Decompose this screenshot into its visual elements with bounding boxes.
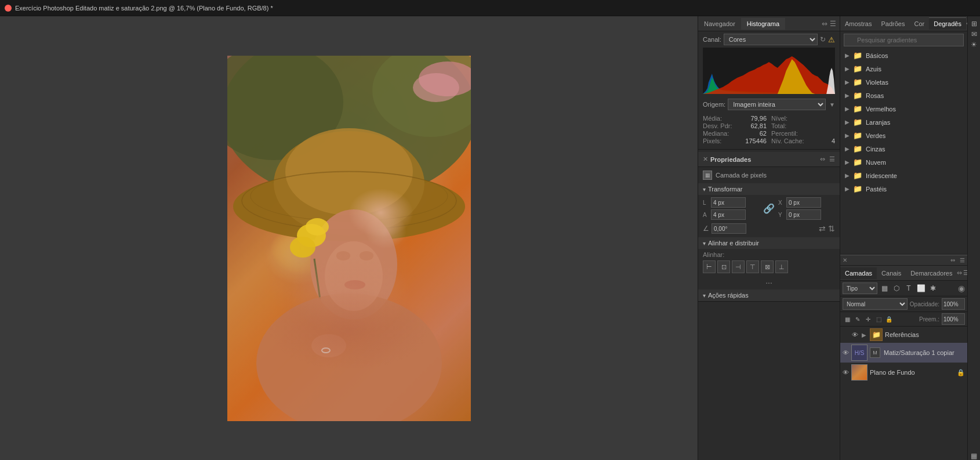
flip-h-icon[interactable]: ⇄: [819, 224, 826, 233]
far-right-panel: Amostras Padrões Cor Degradês ⇔ ☰ 🔍 ▶ 📁 …: [840, 16, 967, 460]
layer-visibility-matiz[interactable]: 👁: [843, 349, 849, 356]
align-section-header[interactable]: ▾ Alinhar e distribuir: [698, 237, 840, 249]
tab-histograma[interactable]: Histograma: [741, 18, 785, 30]
close-button[interactable]: [5, 5, 12, 12]
tab-demarcadores[interactable]: Demarcadores: [906, 267, 957, 279]
gradient-search-input[interactable]: [844, 34, 964, 46]
svg-point-15: [256, 294, 442, 421]
folder-vermelhos[interactable]: ▶ 📁 Vermelhos: [840, 102, 967, 115]
l-input[interactable]: [711, 197, 746, 208]
l-field: L: [703, 197, 760, 208]
folder-violetas[interactable]: ▶ 📁 Violetas: [840, 75, 967, 89]
collapse-layers-icon[interactable]: ✕: [840, 255, 850, 265]
prop-pixel-layer: ▦ Camada de pixels: [698, 167, 840, 183]
lock-paint-btn[interactable]: ✎: [853, 314, 862, 324]
quick-actions-header[interactable]: ▾ Ações rápidas: [698, 289, 840, 301]
folder-iridescente[interactable]: ▶ 📁 Iridescente: [840, 169, 967, 182]
mini-tool-1[interactable]: ⊞: [971, 20, 977, 28]
mediana-value: 62: [760, 130, 767, 137]
lock-all-btn[interactable]: 🔒: [884, 314, 894, 324]
layer-visibility-plano[interactable]: 👁: [843, 369, 849, 376]
layer-plano-fundo[interactable]: 👁 Plano de Fundo 🔒: [840, 363, 967, 382]
svg-point-10: [310, 209, 397, 320]
layer-visibility-referencias[interactable]: 👁: [852, 331, 858, 338]
align-hcenter-btn[interactable]: ⊡: [717, 260, 730, 273]
svg-line-14: [314, 259, 320, 299]
opacity-input[interactable]: [942, 298, 965, 310]
canvas-area[interactable]: [0, 16, 698, 460]
tab-navegador[interactable]: Navegador: [698, 18, 741, 30]
tab-camadas[interactable]: Camadas: [840, 267, 877, 279]
folder-laranjas[interactable]: ▶ 📁 Laranjas: [840, 115, 967, 129]
lock-move-btn[interactable]: ✛: [863, 314, 873, 324]
angle-input[interactable]: [712, 223, 746, 234]
folder-basicos[interactable]: ▶ 📁 Básicos: [840, 49, 967, 62]
link-transform-icon[interactable]: 🔗: [763, 203, 775, 214]
align-vcenter-btn[interactable]: ⊠: [761, 260, 774, 273]
close-prop-icon[interactable]: ✕: [703, 155, 708, 163]
flip-v-icon[interactable]: ⇅: [828, 224, 835, 233]
y-input[interactable]: [786, 209, 821, 220]
filter-pixel-btn[interactable]: ▦: [879, 283, 890, 294]
transform-section-header[interactable]: ▾ Transformar: [698, 183, 840, 195]
menu-icon[interactable]: ☰: [830, 20, 836, 28]
menu-layers-icon[interactable]: ☰: [957, 255, 967, 265]
refresh-icon[interactable]: ↻: [820, 35, 826, 44]
folder-verdes[interactable]: ▶ 📁 Verdes: [840, 129, 967, 142]
align-left-btn[interactable]: ⊢: [703, 260, 716, 273]
align-bottom-btn[interactable]: ⊥: [775, 260, 788, 273]
properties-menu-icon[interactable]: ⇔ ☰: [820, 155, 835, 163]
tab-degrades[interactable]: Degradês: [929, 17, 966, 30]
layer-matiz[interactable]: 👁 H/S M Matiz/Saturação 1 copiar: [840, 343, 967, 363]
more-options-btn[interactable]: ···: [698, 276, 840, 289]
desvpdr-label: Desv. Pdr:: [703, 122, 732, 129]
percentil-label: Percentil:: [771, 130, 798, 137]
stat-media: Média: 79,96: [703, 115, 767, 122]
tab-canais[interactable]: Canais: [877, 267, 906, 279]
blend-mode-select[interactable]: Normal: [843, 298, 908, 310]
pixels-label: Pixels:: [703, 137, 721, 144]
align-top-btn[interactable]: ⊤: [746, 260, 759, 273]
folder-cinzas[interactable]: ▶ 📁 Cinzas: [840, 142, 967, 155]
total-label: Total:: [771, 122, 786, 129]
tab-cor[interactable]: Cor: [909, 18, 929, 30]
expand-prop-icon[interactable]: ⇔: [820, 155, 825, 162]
fill-input[interactable]: [942, 313, 965, 325]
mini-tool-2[interactable]: ✉: [971, 30, 977, 38]
expand-icon[interactable]: ⇔: [822, 20, 827, 28]
mini-tool-3[interactable]: ☀: [971, 41, 977, 49]
mediana-label: Mediana:: [703, 130, 729, 137]
layer-group-referencias[interactable]: 👁 ▶ 📁 Referências: [840, 327, 967, 343]
folder-rosas[interactable]: ▶ 📁 Rosas: [840, 89, 967, 102]
layer-name-plano: Plano de Fundo: [870, 369, 954, 376]
layers-expand-icon[interactable]: ⇔: [957, 269, 962, 277]
folder-chevron-basicos: ▶: [845, 52, 850, 59]
lock-transparent-btn[interactable]: ▦: [843, 314, 852, 324]
svg-point-16: [325, 241, 383, 311]
group-folder-referencias: 📁: [870, 328, 883, 341]
layer-filter-toggle[interactable]: ◉: [958, 284, 965, 293]
origem-row: Origem: Imagem inteira ▼: [698, 96, 840, 113]
layers-tabs: Camadas Canais Demarcadores ⇔ ☰: [840, 266, 967, 281]
tab-padroes[interactable]: Padrões: [876, 18, 909, 30]
filter-adj-btn[interactable]: ⬡: [891, 283, 902, 294]
tab-amostras[interactable]: Amostras: [840, 18, 876, 30]
layer-type-filter[interactable]: Tipo: [843, 282, 877, 294]
angle-row: ∠ ⇄ ⇅: [698, 222, 840, 235]
filter-type-btn[interactable]: T: [903, 283, 914, 294]
stat-nivcache: Nív. Cache: 4: [771, 137, 835, 144]
x-input[interactable]: [786, 197, 821, 208]
canal-select[interactable]: Cores: [724, 34, 818, 45]
expand-layers-icon[interactable]: ⇔: [948, 255, 957, 265]
folder-azuis[interactable]: ▶ 📁 Azuis: [840, 62, 967, 75]
filter-shape-btn[interactable]: ⬜: [916, 283, 926, 294]
mini-tool-4[interactable]: ▦: [971, 452, 977, 460]
folder-pasteis[interactable]: ▶ 📁 Pastéis: [840, 182, 967, 195]
lock-artboard-btn[interactable]: ⬚: [874, 314, 883, 324]
folder-nuvem[interactable]: ▶ 📁 Nuvem: [840, 155, 967, 169]
origem-select[interactable]: Imagem inteira: [728, 99, 826, 110]
a-input[interactable]: [711, 209, 746, 220]
menu-prop-icon[interactable]: ☰: [829, 155, 835, 162]
align-right-btn[interactable]: ⊣: [732, 260, 745, 273]
filter-smart-btn[interactable]: ✱: [928, 283, 938, 294]
